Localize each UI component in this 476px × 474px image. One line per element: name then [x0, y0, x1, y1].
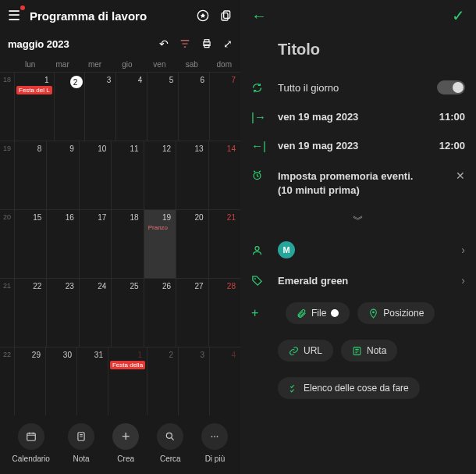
todo-chip[interactable]: Elenco delle cose da fare: [278, 377, 420, 399]
week-number: 21: [0, 279, 14, 347]
repeat-icon: [251, 82, 278, 94]
undo-icon[interactable]: ↶: [159, 37, 169, 50]
calendar-event[interactable]: Pranzo: [146, 223, 174, 232]
file-indicator-dot: [331, 309, 339, 317]
nav-cal[interactable]: Calendario: [12, 423, 50, 463]
calendar-day[interactable]: 25: [111, 279, 143, 347]
calendar-day[interactable]: 31: [76, 347, 108, 415]
calendar-day[interactable]: 4: [209, 347, 240, 415]
attendee-row[interactable]: M ›: [251, 233, 465, 266]
url-chip[interactable]: URL: [278, 340, 333, 362]
app-title: Programma di lavoro: [30, 9, 147, 23]
filter-icon[interactable]: [179, 38, 190, 49]
calendar-event[interactable]: Festa del L: [16, 86, 52, 94]
calendar-day[interactable]: 12: [144, 141, 176, 209]
confirm-check-icon[interactable]: ✓: [452, 6, 465, 25]
calendar-day[interactable]: 7: [209, 73, 240, 141]
calendar-day[interactable]: 13: [176, 141, 208, 209]
calendar-day[interactable]: 14: [208, 141, 240, 209]
calendar-day[interactable]: 15: [14, 210, 46, 278]
calendar-day[interactable]: 5: [147, 73, 178, 141]
add-attachment-icon[interactable]: +: [251, 306, 278, 320]
calendar-day[interactable]: 20: [176, 210, 208, 278]
calendar-day[interactable]: 4: [115, 73, 147, 141]
end-time-row[interactable]: ←| ven 19 mag 2023 12:00: [251, 131, 465, 160]
calendar-day[interactable]: 23: [46, 279, 78, 347]
star-icon[interactable]: [197, 9, 209, 22]
calendar-day[interactable]: 28: [208, 279, 240, 347]
nav-label: Di più: [205, 454, 226, 463]
color-row[interactable]: Emerald green ›: [251, 266, 465, 294]
avatar: M: [278, 241, 295, 258]
expand-chevron-icon[interactable]: ︾: [251, 207, 465, 233]
event-title-input[interactable]: Titolo: [251, 31, 465, 73]
calendar-day[interactable]: 27: [176, 279, 208, 347]
calendar-day[interactable]: 9: [46, 141, 78, 209]
calendar-day[interactable]: 22: [14, 279, 46, 347]
note-icon: [352, 346, 362, 356]
copy-icon[interactable]: [220, 9, 233, 22]
calendar-day[interactable]: 21: [208, 210, 240, 278]
svg-point-11: [217, 436, 218, 437]
calendar-day[interactable]: 6: [178, 73, 209, 141]
calendar-day[interactable]: 19Pranzo: [144, 210, 176, 278]
calendar-day[interactable]: 16: [46, 210, 78, 278]
nav-note[interactable]: Nota: [68, 423, 94, 463]
nav-label: Calendario: [12, 454, 50, 463]
svg-rect-6: [27, 433, 36, 440]
expand-icon[interactable]: ⤢: [223, 37, 233, 50]
chevron-right-icon: ›: [461, 244, 465, 256]
calendar-day[interactable]: 24: [79, 279, 111, 347]
calendar-day[interactable]: 1Festa del L: [14, 73, 54, 141]
calendar-day[interactable]: 1Festa della: [108, 347, 147, 415]
week-number: 18: [0, 73, 14, 141]
week-number: 19: [0, 141, 14, 209]
alarm-icon: [251, 169, 278, 181]
svg-point-10: [215, 436, 216, 437]
calendar-day[interactable]: 3: [84, 73, 115, 141]
all-day-toggle[interactable]: [437, 80, 465, 94]
calendar-day[interactable]: 29: [14, 347, 45, 415]
calendar-day[interactable]: 10: [79, 141, 111, 209]
week-number: 20: [0, 210, 14, 278]
note-icon: [68, 423, 94, 450]
back-arrow-icon[interactable]: ←: [251, 7, 267, 25]
nav-label: Cerca: [160, 454, 181, 463]
calendar-grid[interactable]: 181Festa del L23456719891011121314201516…: [0, 72, 240, 415]
start-arrow-icon: |→: [251, 110, 278, 123]
nav-plus[interactable]: +Crea: [112, 423, 139, 463]
calendar-day[interactable]: 2: [147, 347, 178, 415]
calendar-day[interactable]: 17: [79, 210, 111, 278]
cal-icon: [18, 423, 44, 450]
calendar-day[interactable]: 8: [14, 141, 46, 209]
calendar-day[interactable]: 18: [111, 210, 143, 278]
note-chip[interactable]: Nota: [341, 340, 397, 362]
tag-icon: [251, 275, 278, 287]
svg-rect-2: [222, 13, 228, 20]
all-day-row[interactable]: Tutto il giorno: [251, 73, 465, 102]
nav-label: Crea: [117, 454, 134, 463]
menu-icon[interactable]: ☰: [8, 7, 20, 24]
position-chip[interactable]: Posizione: [357, 302, 435, 324]
calendar-event[interactable]: Festa della: [110, 361, 145, 369]
svg-point-8: [167, 433, 172, 438]
week-number: 22: [0, 347, 14, 415]
search-icon: [157, 423, 183, 450]
reminder-row[interactable]: Imposta promemoria eventi. (10 minuti pr…: [251, 160, 465, 207]
calendar-day[interactable]: 2: [54, 73, 85, 141]
calendar-day[interactable]: 3: [178, 347, 209, 415]
month-label[interactable]: maggio 2023: [8, 38, 69, 50]
link-icon: [289, 346, 299, 356]
remove-reminder-icon[interactable]: ✕: [456, 169, 465, 182]
chevron-right-icon: ›: [461, 274, 465, 287]
nav-search[interactable]: Cerca: [157, 423, 183, 463]
start-time-row[interactable]: |→ ven 19 mag 2023 11:00: [251, 102, 465, 131]
print-icon[interactable]: [201, 38, 212, 49]
svg-rect-1: [224, 11, 230, 18]
calendar-day[interactable]: 26: [144, 279, 176, 347]
end-arrow-icon: ←|: [251, 139, 278, 152]
file-chip[interactable]: File: [286, 302, 350, 324]
nav-more[interactable]: Di più: [201, 423, 228, 463]
calendar-day[interactable]: 11: [111, 141, 143, 209]
calendar-day[interactable]: 30: [45, 347, 76, 415]
